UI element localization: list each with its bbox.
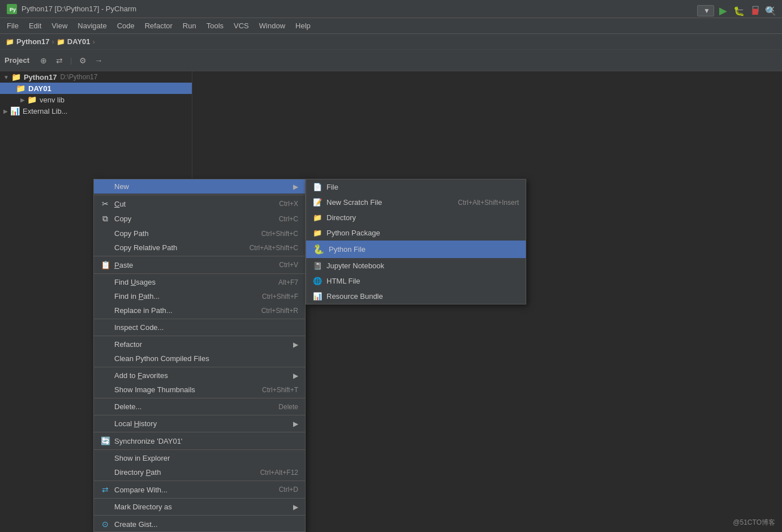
file-icon: 📄 (313, 183, 322, 191)
ctx-refactor-arrow: ▶ (293, 341, 298, 349)
ctx-paste[interactable]: 📋 Paste Ctrl+V (94, 258, 305, 272)
menu-file[interactable]: File (2, 19, 23, 32)
window-title: Python17 [D:\Python17] - PyCharm (22, 5, 735, 13)
ctx-sep-12 (94, 498, 305, 499)
submenu-python-file[interactable]: 🐍 Python File (306, 241, 526, 258)
breadcrumb-bar: 📁 Python17 › 📁 DAY01 › (0, 34, 782, 50)
menu-navigate[interactable]: Navigate (73, 19, 111, 32)
toolbar-label: Project (5, 56, 29, 65)
ctx-sep-9 (94, 432, 305, 432)
submenu-jupyter[interactable]: 📓 Jupyter Notebook (306, 258, 526, 273)
context-menu: New ▶ ✂ Cut Ctrl+X ⧉ Copy Ctrl+C Copy Pa… (93, 179, 306, 532)
ctx-copy-path[interactable]: Copy Path Ctrl+Shift+C (94, 226, 305, 241)
menu-window[interactable]: Window (255, 19, 290, 32)
ctx-copy[interactable]: ⧉ Copy Ctrl+C (94, 211, 305, 226)
ctx-inspect-code[interactable]: Inspect Code... (94, 320, 305, 334)
project-toolbar: Project ⊕ ⇄ | ⚙ → ▼ ▶ 🐛 ◼ 🔍 (0, 50, 782, 71)
toolbar-sync-btn[interactable]: ⊕ (37, 54, 50, 67)
submenu-new: 📄 File 📝 New Scratch File Ctrl+Alt+Shift… (306, 179, 526, 304)
ctx-sep-5 (94, 336, 305, 336)
submenu-new-scratch-file[interactable]: 📝 New Scratch File Ctrl+Alt+Shift+Insert (306, 195, 526, 210)
ctx-sep-4 (94, 319, 305, 319)
ctx-add-favorites[interactable]: Add to Favorites ▶ (94, 368, 305, 383)
ctx-compare-with[interactable]: ⇄ Compare With... Ctrl+D (94, 482, 305, 497)
toolbar-collapse-btn[interactable]: ⇄ (53, 54, 66, 67)
menu-edit[interactable]: Edit (24, 19, 46, 32)
submenu-python-package[interactable]: 📁 Python Package (306, 225, 526, 241)
menu-code[interactable]: Code (113, 19, 139, 32)
watermark: @51CTO博客 (733, 518, 775, 527)
scratch-icon: 📝 (313, 198, 322, 207)
ctx-cut[interactable]: ✂ Cut Ctrl+X (94, 196, 305, 211)
ctx-directory-path[interactable]: Directory Path Ctrl+Alt+F12 (94, 465, 305, 479)
run-toolbar: ▼ ▶ 🐛 ◼ 🔍 (693, 0, 782, 22)
ctx-sep-8 (94, 415, 305, 415)
ctx-sep-7 (94, 398, 305, 398)
svg-text:Py: Py (10, 7, 16, 12)
toolbar-layout-btn[interactable]: → (92, 54, 105, 67)
tree-item-external-libs[interactable]: ▶ 📊 External Lib... (0, 105, 192, 117)
dropdown-arrow-icon: ▼ (703, 7, 710, 15)
search-button[interactable]: 🔍 (764, 4, 777, 18)
submenu-directory[interactable]: 📁 Directory (306, 210, 526, 225)
ctx-new[interactable]: New ▶ (94, 179, 305, 194)
tree-item-venv[interactable]: ▶ 📁 venv lib (0, 94, 192, 105)
ctx-show-thumbnails[interactable]: Show Image Thumbnails Ctrl+Shift+T (94, 383, 305, 397)
ctx-mark-dir[interactable]: Mark Directory as ▶ (94, 500, 305, 514)
debug-button[interactable]: 🐛 (732, 4, 746, 18)
menu-vcs[interactable]: VCS (229, 19, 253, 32)
tree-item-day01[interactable]: 📁 DAY01 (0, 83, 192, 94)
submenu-html-file[interactable]: 🌐 HTML File (306, 273, 526, 289)
resource-icon: 📊 (313, 292, 322, 301)
ctx-sep-2 (94, 256, 305, 256)
run-config-dropdown[interactable]: ▼ (697, 5, 714, 16)
menu-help[interactable]: Help (291, 19, 315, 32)
ctx-sep-13 (94, 515, 305, 516)
toolbar-settings-btn[interactable]: ⚙ (76, 54, 89, 67)
ctx-clean-compiled[interactable]: Clean Python Compiled Files (94, 351, 305, 366)
stop-button[interactable]: ◼ (748, 4, 762, 18)
menu-run[interactable]: Run (178, 19, 201, 32)
ctx-copy-relative-path[interactable]: Copy Relative Path Ctrl+Alt+Shift+C (94, 241, 305, 255)
html-icon: 🌐 (313, 277, 322, 285)
ctx-refactor[interactable]: Refactor ▶ (94, 337, 305, 351)
breadcrumb-project[interactable]: Python17 (16, 37, 50, 46)
ctx-show-explorer[interactable]: Show in Explorer (94, 451, 305, 465)
ctx-sep-3 (94, 273, 305, 274)
menu-refactor[interactable]: Refactor (140, 19, 177, 32)
ctx-sep-6 (94, 367, 305, 367)
ctx-find-in-path[interactable]: Find in Path... Ctrl+Shift+F (94, 289, 305, 303)
python-package-icon: 📁 (313, 229, 322, 237)
ctx-new-arrow: ▶ (293, 183, 298, 191)
ctx-sep-11 (94, 480, 305, 481)
ctx-sep-10 (94, 449, 305, 450)
ctx-replace-in-path[interactable]: Replace in Path... Ctrl+Shift+R (94, 303, 305, 318)
submenu-file[interactable]: 📄 File (306, 179, 526, 195)
menu-tools[interactable]: Tools (202, 19, 228, 32)
ctx-find-usages[interactable]: Find Usages Alt+F7 (94, 275, 305, 289)
ctx-synchronize[interactable]: 🔄 Synchronize 'DAY01' (94, 434, 305, 448)
jupyter-icon: 📓 (313, 261, 322, 270)
title-bar: Py Python17 [D:\Python17] - PyCharm — ☐ … (0, 0, 782, 18)
tree-item-python17[interactable]: ▼ 📁 Python17 D:\Python17 (0, 71, 192, 83)
ctx-local-history[interactable]: Local History ▶ (94, 417, 305, 431)
submenu-resource-bundle[interactable]: 📊 Resource Bundle (306, 289, 526, 304)
directory-icon: 📁 (313, 213, 322, 222)
main-layout: ▼ 📁 Python17 D:\Python17 📁 DAY01 ▶ 📁 ven… (0, 71, 782, 532)
run-button[interactable]: ▶ (716, 4, 730, 18)
app-icon: Py (7, 4, 17, 14)
python-file-icon: 🐍 (313, 244, 324, 255)
menu-bar: File Edit View Navigate Code Refactor Ru… (0, 18, 782, 34)
breadcrumb-folder[interactable]: DAY01 (67, 37, 91, 46)
ctx-sep-1 (94, 195, 305, 195)
ctx-delete[interactable]: Delete... Delete (94, 400, 305, 414)
menu-view[interactable]: View (47, 19, 72, 32)
ctx-create-gist[interactable]: ⊙ Create Gist... (94, 517, 305, 531)
